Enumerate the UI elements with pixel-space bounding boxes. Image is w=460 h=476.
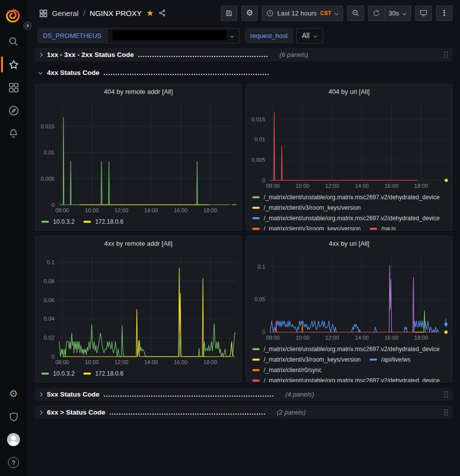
variable-label-ds-prometheus[interactable]: DS_PROMETHEUS [37, 28, 107, 43]
sidebar-item-configuration[interactable]: ⚙ [0, 382, 27, 405]
favorite-star-icon[interactable]: ★ [146, 9, 154, 17]
legend-item[interactable]: /_matrix/client/unstable/org.matrix.msc2… [252, 344, 440, 354]
svg-text:0.1: 0.1 [258, 264, 265, 270]
sidebar-bottom-group: ⚙ ? [0, 382, 27, 476]
legend-item[interactable]: /api/live/ws [370, 354, 411, 365]
legend-color-dash [252, 228, 260, 230]
legend-label: /_matrix/client/unstable/org.matrix.msc2… [264, 377, 440, 383]
legend-item[interactable]: /_matrix/client/v3/room_keys/version [252, 223, 361, 230]
sidebar-item-starred[interactable] [0, 53, 27, 76]
sidebar-item-help[interactable]: ? [0, 451, 27, 474]
row-header-5xx[interactable]: 5xx Status Code ........................… [35, 388, 453, 401]
variable-value-ds-prometheus[interactable] [107, 28, 240, 43]
legend-item[interactable]: 10.0.3.2 [41, 368, 74, 379]
sidebar-item-alerting[interactable] [0, 122, 27, 145]
panel-4xx-by-uri: 4xx by uri [All] 08:0010:0012:0014:0016:… [246, 236, 453, 383]
refresh-interval-dropdown[interactable]: 30s [385, 5, 411, 21]
panel-404-by-remote-addr: 404 by remote addr [All] 08:0010:0012:00… [35, 84, 242, 231]
variable-request-host: request_host All [245, 28, 323, 43]
variable-value-request-host[interactable]: All [296, 28, 323, 43]
legend-color-dash [252, 369, 260, 371]
panel-title[interactable]: 404 by uri [All] [246, 84, 452, 98]
refresh-button[interactable] [368, 5, 385, 21]
zoom-out-button[interactable] [347, 5, 364, 21]
dashboards-grid-icon [8, 82, 19, 93]
svg-text:0: 0 [262, 177, 265, 183]
svg-text:0: 0 [262, 329, 265, 335]
row-leader-dots: ........................................… [138, 51, 268, 58]
sidebar: › ⚙ [0, 0, 27, 476]
sidebar-item-explore[interactable] [0, 99, 27, 122]
legend-item[interactable]: 10.0.3.2 [41, 216, 74, 227]
svg-text:0.01: 0.01 [44, 149, 54, 155]
row-panel-count: (4 panels) [285, 391, 314, 398]
row-panel-count: (6 panels) [279, 51, 308, 58]
legend-item[interactable]: 172.18.0.6 [83, 216, 123, 227]
row-header-6xx[interactable]: 6xx > Status Code ......................… [35, 406, 453, 419]
time-series-chart[interactable]: 08:0010:0012:0014:0016:0018:0000.0050.01… [35, 98, 241, 215]
legend-label: 172.18.0.6 [95, 370, 123, 377]
svg-text:12:00: 12:00 [325, 183, 339, 189]
panel-title[interactable]: 404 by remote addr [All] [35, 84, 241, 98]
dashboard-settings-button[interactable]: ⚙ [241, 5, 258, 21]
legend-color-dash [252, 380, 260, 382]
row-drag-handle[interactable] [444, 51, 448, 58]
legend-color-dash [41, 221, 49, 223]
svg-text:08:00: 08:00 [266, 335, 280, 341]
chevron-right-icon [38, 52, 43, 57]
legend-label: /sw.js [381, 225, 396, 231]
chart-area: 08:0010:0012:0014:0016:0018:0000.050.1 [246, 250, 452, 343]
row-title: 4xx Status Code [47, 69, 99, 76]
share-icon[interactable] [158, 9, 166, 17]
time-range-picker[interactable]: Last 12 hours CST [262, 5, 343, 21]
legend-item[interactable]: /_matrix/client/unstable/org.matrix.msc2… [252, 375, 440, 382]
svg-text:10:00: 10:00 [85, 207, 99, 213]
compass-icon [8, 105, 19, 116]
legend-label: /api/live/ws [381, 356, 411, 363]
time-series-chart[interactable]: 08:0010:0012:0014:0016:0018:0000.020.040… [35, 250, 241, 367]
sidebar-item-profile[interactable] [0, 428, 27, 451]
save-dashboard-button[interactable] [221, 5, 237, 21]
legend-color-dash [252, 207, 260, 209]
navbar-actions: ⚙ Last 12 hours CST [221, 5, 453, 21]
time-series-chart[interactable]: 08:0010:0012:0014:0016:0018:0000.050.1 [246, 250, 452, 343]
sidebar-item-dashboards[interactable] [0, 76, 27, 99]
panel-title[interactable]: 4xx by uri [All] [246, 236, 452, 250]
variables-bar: DS_PROMETHEUS request_host All [27, 26, 460, 45]
breadcrumb-folder[interactable]: General [52, 9, 78, 17]
svg-text:0.05: 0.05 [255, 296, 265, 302]
legend-item[interactable]: 172.18.0.6 [83, 368, 123, 379]
row-header-4xx[interactable]: 4xx Status Code ........................… [35, 66, 453, 79]
time-series-chart[interactable]: 08:0010:0012:0014:0016:0018:0000.0050.01… [246, 98, 452, 191]
legend-label: 10.0.3.2 [53, 218, 74, 225]
sidebar-item-server-admin[interactable] [0, 405, 27, 428]
svg-text:0.04: 0.04 [44, 316, 54, 322]
help-icon: ? [8, 457, 19, 468]
dashboard-title[interactable]: NGINX PROXY [90, 9, 142, 17]
row-leader-dots: ........................................… [103, 391, 274, 398]
svg-text:14:00: 14:00 [144, 359, 158, 365]
svg-text:08:00: 08:00 [55, 359, 69, 365]
legend-item[interactable]: /_matrix/client/v3/room_keys/version [252, 354, 361, 365]
main-area: General / NGINX PROXY ★ ⚙ Last [27, 0, 460, 419]
kebab-menu-button[interactable]: ⋮ [436, 5, 453, 21]
legend-item[interactable]: /_matrix/client/r0/sync [252, 365, 322, 375]
legend-color-dash [370, 359, 377, 361]
row-drag-handle[interactable] [444, 409, 448, 416]
row-header-1xx-3xx-2xx[interactable]: 1xx - 3xx - 2xx Status Code ............… [35, 48, 453, 61]
svg-text:16:00: 16:00 [385, 183, 399, 189]
panel-title[interactable]: 4xx by remote addr [All] [35, 236, 241, 250]
legend-color-dash [41, 373, 49, 375]
star-icon [8, 59, 19, 70]
legend-item[interactable]: /sw.js [370, 223, 396, 230]
legend-item[interactable]: /_matrix/client/v3/room_keys/version [252, 202, 361, 213]
svg-text:0.08: 0.08 [44, 278, 54, 284]
legend-item[interactable]: /_matrix/client/unstable/org.matrix.msc2… [252, 213, 440, 223]
variable-label-request-host[interactable]: request_host [245, 28, 293, 43]
cycle-view-mode-button[interactable] [415, 5, 432, 21]
legend-item[interactable]: /_matrix/client/unstable/org.matrix.msc2… [252, 192, 440, 202]
sidebar-expand-button[interactable]: › [21, 19, 34, 32]
legend-label: /_matrix/client/unstable/org.matrix.msc2… [264, 194, 440, 201]
row-drag-handle[interactable] [444, 391, 448, 398]
sidebar-item-search[interactable] [0, 30, 27, 53]
